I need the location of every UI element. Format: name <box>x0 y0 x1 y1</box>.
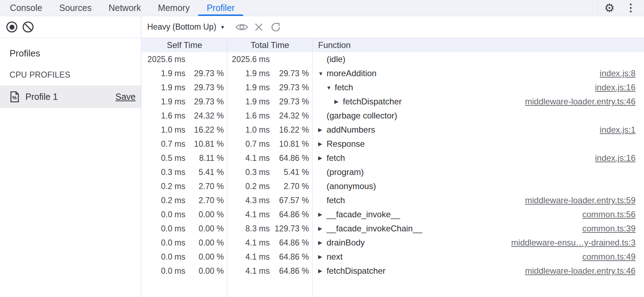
expand-arrow-icon[interactable]: ▶ <box>334 98 343 105</box>
table-row[interactable]: 1.9 ms29.73 %1.9 ms29.73 %▼fetchindex.js… <box>142 80 644 95</box>
source-link[interactable]: middleware-ensu…y-drained.ts:3 <box>511 238 636 248</box>
settings-button[interactable]: ⚙ <box>602 1 616 15</box>
total-time-pct: 64.86 % <box>270 238 309 248</box>
total-time-ms: 4.1 ms <box>230 153 270 163</box>
expand-arrow-icon[interactable]: ▶ <box>318 240 327 246</box>
table-row[interactable]: 0.2 ms2.70 %4.3 ms67.57 %fetchmiddleware… <box>142 193 644 207</box>
function-cell: (idle) <box>312 54 644 64</box>
column-header-function[interactable]: Function <box>312 38 644 52</box>
expand-arrow-icon[interactable]: ▶ <box>318 141 327 147</box>
self-time-pct: 29.73 % <box>185 97 224 107</box>
column-header-total-time[interactable]: Total Time <box>227 38 312 52</box>
self-time-ms: 1.6 ms <box>144 111 185 121</box>
function-name: (garbage collector) <box>327 111 397 121</box>
view-mode-dropdown[interactable]: Heavy (Bottom Up) ▼ <box>147 22 225 32</box>
self-time-ms: 1.9 ms <box>144 97 185 107</box>
table-row[interactable]: 0.5 ms8.11 %4.1 ms64.86 %▶fetchindex.js:… <box>142 151 644 165</box>
total-time-pct: 10.81 % <box>270 139 309 149</box>
refresh-icon-button[interactable] <box>267 19 284 35</box>
tab-profiler[interactable]: Profiler <box>198 0 243 16</box>
table-row[interactable]: 2025.6 ms2025.6 ms(idle) <box>142 52 644 66</box>
total-time-cell: 1.0 ms16.22 % <box>227 125 312 135</box>
function-name: addNumbers <box>327 125 375 135</box>
function-name: fetch <box>327 153 345 163</box>
self-time-cell: 0.0 ms0.00 % <box>142 210 227 219</box>
function-name: __facade_invokeChain__ <box>327 224 422 234</box>
exclude-selected-button[interactable] <box>250 19 267 35</box>
tab-sources[interactable]: Sources <box>51 0 100 16</box>
self-time-ms: 0.0 ms <box>144 266 185 276</box>
table-row[interactable]: 1.9 ms29.73 %1.9 ms29.73 %▼moreAdditioni… <box>142 66 644 80</box>
function-cell: (anonymous) <box>312 181 644 191</box>
table-row[interactable]: 0.2 ms2.70 %0.2 ms2.70 %(anonymous) <box>142 179 644 193</box>
function-cell: ▶fetchDispatchermiddleware-loader.entry.… <box>312 266 644 276</box>
source-link[interactable]: index.js:16 <box>595 83 636 92</box>
total-time-ms: 1.9 ms <box>230 69 270 78</box>
source-link[interactable]: common.ts:49 <box>582 252 636 262</box>
self-time-ms: 0.0 ms <box>144 224 185 234</box>
table-row[interactable]: 0.0 ms0.00 %4.1 ms64.86 %▶drainBodymiddl… <box>142 236 644 250</box>
focus-selected-button[interactable] <box>233 19 250 35</box>
self-time-pct: 10.81 % <box>185 139 224 149</box>
self-time-pct: 29.73 % <box>185 83 224 92</box>
cpu-profiles-heading: CPU PROFILES <box>10 70 141 80</box>
tab-network[interactable]: Network <box>100 0 149 16</box>
column-header-self-time[interactable]: Self Time <box>142 38 227 52</box>
table-row[interactable]: 0.0 ms0.00 %4.1 ms64.86 %▶fetchDispatche… <box>142 264 644 278</box>
self-time-cell: 0.5 ms8.11 % <box>142 153 227 163</box>
record-button[interactable] <box>6 22 17 32</box>
table-row[interactable]: 0.0 ms0.00 %4.1 ms64.86 %▶nextcommon.ts:… <box>142 250 644 264</box>
table-row[interactable]: 0.7 ms10.81 %0.7 ms10.81 %▶Response <box>142 137 644 151</box>
total-time-pct: 64.86 % <box>270 266 309 276</box>
source-link[interactable]: middleware-loader.entry.ts:59 <box>525 195 636 205</box>
self-time-pct: 29.73 % <box>185 69 224 78</box>
self-time-ms: 0.3 ms <box>144 168 185 177</box>
table-row[interactable]: 1.0 ms16.22 %1.0 ms16.22 %▶addNumbersind… <box>142 123 644 137</box>
source-link[interactable]: common.ts:56 <box>582 210 636 219</box>
save-profile-link[interactable]: Save <box>115 92 136 102</box>
expand-arrow-icon[interactable]: ▼ <box>326 85 335 91</box>
table-row[interactable]: 1.6 ms24.32 %1.6 ms24.32 %(garbage colle… <box>142 109 644 123</box>
tab-console[interactable]: Console <box>1 0 51 16</box>
function-name: fetchDispatcher <box>327 266 386 276</box>
self-time-ms: 0.0 ms <box>144 210 185 219</box>
total-time-ms: 1.6 ms <box>230 111 270 121</box>
total-time-ms: 0.7 ms <box>230 139 270 149</box>
profile-list-item[interactable]: % Profile 1 Save <box>0 85 141 108</box>
tab-strip: ConsoleSourcesNetworkMemoryProfiler <box>1 0 243 16</box>
total-time-cell: 4.1 ms64.86 % <box>227 210 312 219</box>
expand-arrow-icon[interactable]: ▶ <box>318 155 327 161</box>
source-link[interactable]: index.js:16 <box>595 153 636 163</box>
function-cell: ▶nextcommon.ts:49 <box>312 252 644 262</box>
table-row[interactable]: 1.9 ms29.73 %1.9 ms29.73 %▶fetchDispatch… <box>142 95 644 109</box>
expand-arrow-icon[interactable]: ▶ <box>318 268 327 274</box>
source-link[interactable]: middleware-loader.entry.ts:46 <box>525 266 636 276</box>
expand-arrow-icon[interactable]: ▶ <box>318 127 327 133</box>
source-link[interactable]: common.ts:39 <box>582 224 636 234</box>
total-time-ms: 1.9 ms <box>230 83 270 92</box>
total-time-cell: 4.3 ms67.57 % <box>227 196 312 205</box>
expand-arrow-icon[interactable]: ▶ <box>318 211 327 218</box>
eye-icon <box>235 23 248 32</box>
self-time-pct: 16.22 % <box>185 125 224 135</box>
expand-arrow-icon[interactable]: ▶ <box>318 254 327 260</box>
table-row[interactable]: 0.0 ms0.00 %8.3 ms129.73 %▶__facade_invo… <box>142 222 644 236</box>
self-time-pct: 24.32 % <box>185 111 224 121</box>
total-time-cell: 1.6 ms24.32 % <box>227 111 312 121</box>
function-cell: ▶drainBodymiddleware-ensu…y-drained.ts:3 <box>312 238 644 248</box>
source-link[interactable]: middleware-loader.entry.ts:46 <box>525 97 636 107</box>
more-options-button[interactable] <box>626 1 635 15</box>
expand-arrow-icon[interactable]: ▼ <box>318 71 327 77</box>
expand-arrow-icon[interactable]: ▶ <box>318 225 327 232</box>
source-link[interactable]: index.js:8 <box>600 68 636 78</box>
self-time-cell: 1.0 ms16.22 % <box>142 125 227 135</box>
table-row[interactable]: 0.3 ms5.41 %0.3 ms5.41 %(program) <box>142 165 644 179</box>
tab-memory[interactable]: Memory <box>149 0 198 16</box>
self-time-pct: 2.70 % <box>185 182 224 191</box>
table-row[interactable]: 0.0 ms0.00 %4.1 ms64.86 %▶__facade_invok… <box>142 207 644 222</box>
clear-button[interactable] <box>23 22 34 32</box>
source-link[interactable]: index.js:1 <box>600 125 636 135</box>
total-time-pct: 64.86 % <box>270 153 309 163</box>
self-time-cell: 1.9 ms29.73 % <box>142 97 227 107</box>
total-time-cell: 0.3 ms5.41 % <box>227 168 312 177</box>
